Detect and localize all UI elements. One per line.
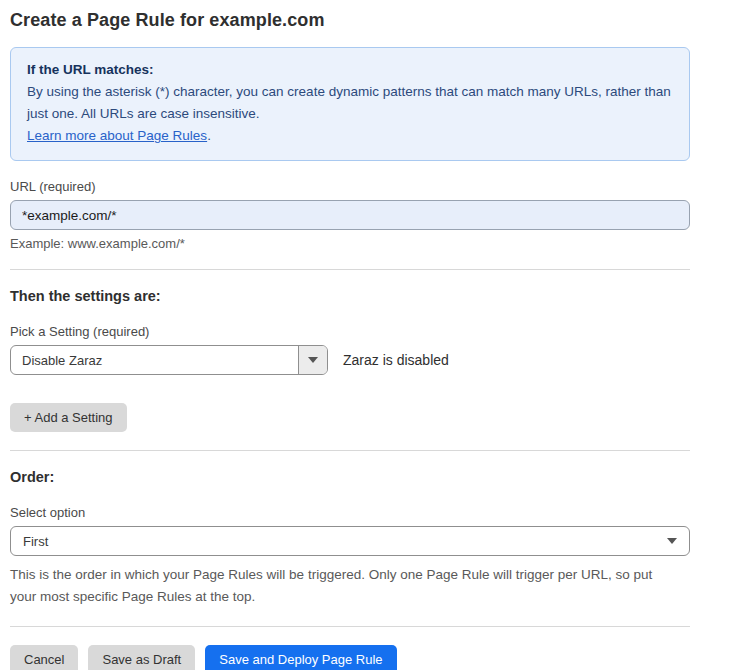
url-input[interactable] bbox=[10, 200, 690, 230]
cancel-button[interactable]: Cancel bbox=[10, 645, 78, 670]
settings-section-heading: Then the settings are: bbox=[10, 288, 690, 304]
page-title: Create a Page Rule for example.com bbox=[10, 10, 690, 31]
setting-picker-label: Pick a Setting (required) bbox=[10, 324, 690, 339]
setting-select-value: Disable Zaraz bbox=[11, 346, 298, 374]
order-select-label: Select option bbox=[10, 505, 690, 520]
order-help-text: This is the order in which your Page Rul… bbox=[10, 564, 682, 608]
order-select-value: First bbox=[23, 534, 48, 549]
divider bbox=[10, 450, 690, 451]
save-and-deploy-button[interactable]: Save and Deploy Page Rule bbox=[205, 645, 396, 670]
chevron-down-icon bbox=[667, 538, 677, 544]
setting-select-arrow-button[interactable] bbox=[298, 346, 327, 374]
setting-select[interactable]: Disable Zaraz bbox=[10, 345, 328, 375]
info-box-heading: If the URL matches: bbox=[27, 59, 673, 81]
order-section-heading: Order: bbox=[10, 469, 690, 485]
learn-more-link[interactable]: Learn more about Page Rules bbox=[27, 128, 207, 143]
divider bbox=[10, 626, 690, 627]
order-select[interactable]: First bbox=[10, 526, 690, 556]
url-example-text: Example: www.example.com/* bbox=[10, 236, 690, 251]
create-page-rule-form: Create a Page Rule for example.com If th… bbox=[0, 0, 690, 670]
form-actions: Cancel Save as Draft Save and Deploy Pag… bbox=[10, 645, 690, 670]
add-setting-button[interactable]: + Add a Setting bbox=[10, 403, 127, 432]
divider bbox=[10, 269, 690, 270]
save-as-draft-button[interactable]: Save as Draft bbox=[88, 645, 195, 670]
setting-status-text: Zaraz is disabled bbox=[343, 352, 449, 368]
chevron-down-icon bbox=[308, 357, 318, 363]
url-match-info-box: If the URL matches: By using the asteris… bbox=[10, 47, 690, 161]
info-box-body: By using the asterisk (*) character, you… bbox=[27, 81, 673, 125]
link-suffix: . bbox=[207, 128, 211, 143]
url-field-label: URL (required) bbox=[10, 179, 690, 194]
